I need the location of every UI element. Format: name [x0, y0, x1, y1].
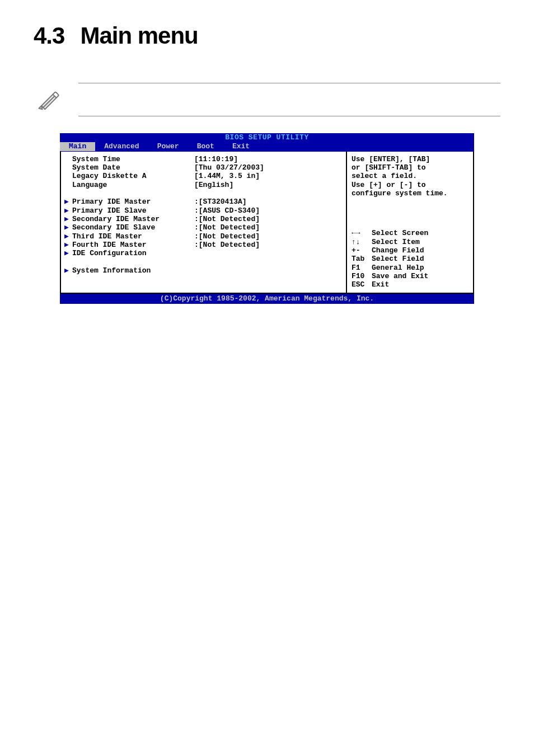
- tab-boot[interactable]: Boot: [188, 142, 223, 151]
- triangle-icon: ▶: [64, 249, 72, 257]
- note-row: [34, 83, 500, 116]
- help-select-screen: Select Screen: [372, 229, 428, 237]
- tab-exit[interactable]: Exit: [223, 142, 259, 151]
- triangle-icon: ▶: [64, 241, 72, 249]
- legacy-diskette-value[interactable]: [1.44M, 3.5 in]: [194, 172, 340, 180]
- pri-ide-master-label[interactable]: Primary IDE Master: [72, 198, 194, 206]
- help-line: configure system time.: [352, 189, 469, 198]
- key-esc: ESC: [352, 280, 372, 289]
- bios-footer: (C)Copyright 1985-2002, American Megatre…: [60, 294, 474, 304]
- bios-title-bar: BIOS SETUP UTILITY: [60, 133, 474, 142]
- help-line: select a field.: [352, 172, 469, 180]
- system-date-value[interactable]: [Thu 03/27/2003]: [194, 163, 340, 172]
- pri-ide-slave-label[interactable]: Primary IDE Slave: [72, 206, 194, 215]
- tab-power[interactable]: Power: [148, 142, 188, 151]
- help-select-item: Select Item: [372, 238, 420, 246]
- help-save-exit: Save and Exit: [372, 272, 428, 280]
- heading-number: 4.3: [34, 22, 64, 49]
- help-line: Use [ENTER], [TAB]: [352, 155, 469, 163]
- tab-advanced[interactable]: Advanced: [95, 142, 148, 151]
- help-general-help: General Help: [372, 264, 424, 272]
- note-divider: [78, 83, 500, 116]
- fourth-ide-master-value: :[Not Detected]: [194, 241, 340, 249]
- help-select-field: Select Field: [372, 255, 424, 263]
- key-tab: Tab: [352, 255, 372, 263]
- sec-ide-master-label[interactable]: Secondary IDE Master: [72, 215, 194, 223]
- arrow-left-right-icon: ←→: [352, 229, 372, 237]
- bios-menu-bar: Main Advanced Power Boot Exit: [60, 142, 474, 151]
- page-heading: 4.3Main menu: [34, 22, 500, 49]
- triangle-icon: ▶: [64, 223, 72, 232]
- sec-ide-slave-label[interactable]: Secondary IDE Slave: [72, 223, 194, 232]
- help-change-field: Change Field: [372, 246, 424, 255]
- triangle-icon: ▶: [64, 206, 72, 215]
- third-ide-master-label[interactable]: Third IDE Master: [72, 232, 194, 241]
- pencil-icon: [34, 86, 62, 114]
- help-line: Use [+] or [-] to: [352, 181, 469, 189]
- third-ide-master-value: :[Not Detected]: [194, 232, 340, 241]
- pri-ide-master-value: :[ST320413A]: [194, 198, 340, 206]
- triangle-icon: ▶: [64, 198, 72, 206]
- triangle-icon: ▶: [64, 215, 72, 223]
- triangle-icon: ▶: [64, 266, 72, 275]
- tab-main[interactable]: Main: [60, 142, 95, 151]
- sec-ide-slave-value: :[Not Detected]: [194, 223, 340, 232]
- fourth-ide-master-label[interactable]: Fourth IDE Master: [72, 241, 194, 249]
- triangle-icon: ▶: [64, 232, 72, 241]
- bios-help-panel: Use [ENTER], [TAB] or [SHIFT-TAB] to sel…: [347, 152, 473, 293]
- system-info-label[interactable]: System Information: [72, 266, 194, 275]
- key-f1: F1: [352, 264, 372, 272]
- bios-main-panel: System Time[11:10:19] System Date[Thu 03…: [61, 152, 347, 293]
- system-date-label: System Date: [72, 163, 194, 172]
- arrow-up-down-icon: ↑↓: [352, 238, 372, 246]
- ide-config-label[interactable]: IDE Configuration: [72, 249, 194, 257]
- system-time-label: System Time: [72, 155, 194, 163]
- language-label: Language: [72, 181, 194, 189]
- key-f10: F10: [352, 272, 372, 280]
- system-time-value[interactable]: [11:10:19]: [194, 155, 340, 163]
- sec-ide-master-value: :[Not Detected]: [194, 215, 340, 223]
- language-value[interactable]: [English]: [194, 181, 340, 189]
- help-line: or [SHIFT-TAB] to: [352, 163, 469, 172]
- help-exit: Exit: [372, 280, 389, 289]
- heading-text: Main menu: [80, 22, 198, 49]
- legacy-diskette-label: Legacy Diskette A: [72, 172, 194, 180]
- key-plusminus: +-: [352, 246, 372, 255]
- pri-ide-slave-value: :[ASUS CD-S340]: [194, 206, 340, 215]
- bios-screenshot: BIOS SETUP UTILITY Main Advanced Power B…: [60, 133, 474, 304]
